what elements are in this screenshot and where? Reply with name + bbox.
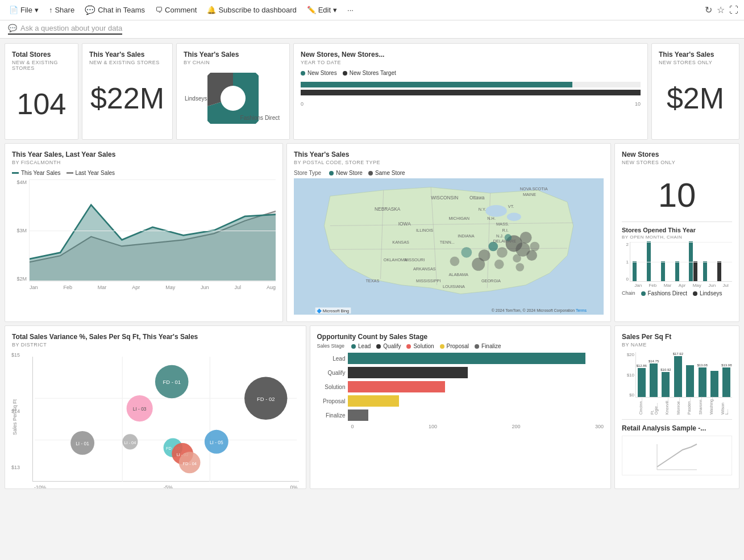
svg-text:TENN...: TENN... bbox=[440, 240, 455, 245]
svg-text:VT.: VT. bbox=[508, 204, 514, 209]
svg-text:DELAWARE: DELAWARE bbox=[493, 239, 517, 244]
svg-text:FD - 01: FD - 01 bbox=[163, 379, 181, 385]
svg-text:ALABAMA: ALABAMA bbox=[449, 272, 469, 277]
total-stores-subtitle: NEW & EXISTING STORES bbox=[12, 60, 71, 71]
new-stores-count-title: New Stores bbox=[622, 151, 732, 158]
sales-sqft-title: Sales Per Sq Ft bbox=[622, 333, 732, 341]
comment-button[interactable]: 🗨 Comment bbox=[152, 3, 200, 16]
card-this-year-sales-num[interactable]: This Year's Sales NEW & EXISTING STORES … bbox=[82, 43, 173, 140]
top-navigation: 📄 File ▾ ↑ Share 💬 Chat in Teams 🗨 Comme… bbox=[0, 0, 744, 20]
bookmark-icon[interactable]: ☆ bbox=[717, 5, 725, 15]
map-visual: IOWA NEBRASKA KANSAS ILLINOIS OKLAHOMA A… bbox=[294, 178, 604, 315]
chain-subtitle: BY CHAIN bbox=[184, 60, 282, 65]
file-menu[interactable]: 📄 File ▾ bbox=[6, 3, 42, 16]
chain-title: This Year's Sales bbox=[184, 51, 282, 58]
opportunity-bars: Lead Qualify Solution Proposal bbox=[317, 353, 604, 421]
ytd-bars bbox=[301, 80, 641, 100]
opportunity-title: Opportunity Count by Sales Stage bbox=[317, 333, 604, 341]
retail-analysis-title: Retail Analysis Sample -... bbox=[622, 424, 732, 432]
svg-text:LI - 05: LI - 05 bbox=[210, 440, 223, 445]
new-stores-only-title: This Year's Sales bbox=[659, 51, 732, 58]
opened-this-year-title: Stores Opened This Year bbox=[622, 227, 732, 233]
new-stores-count-subtitle: NEW STORES ONLY bbox=[622, 160, 732, 165]
teams-icon: 💬 bbox=[85, 5, 95, 15]
share-icon: ↑ bbox=[49, 6, 53, 14]
card-new-stores-ytd[interactable]: New Stores, New Stores... YEAR TO DATE N… bbox=[293, 43, 648, 140]
svg-text:IOWA: IOWA bbox=[398, 221, 411, 227]
new-stores-only-value: $2M bbox=[659, 70, 732, 127]
edit-button[interactable]: ✏️ Edit ▾ bbox=[304, 3, 340, 16]
svg-point-28 bbox=[450, 257, 460, 266]
subscribe-button[interactable]: 🔔 Subscribe to dashboard bbox=[203, 3, 300, 16]
svg-text:LOUISIANA: LOUISIANA bbox=[443, 284, 465, 289]
this-year-sales-num-value: $22M bbox=[89, 70, 165, 127]
card-this-year-sales-chain[interactable]: This Year's Sales BY CHAIN Lindseys Fash… bbox=[176, 43, 290, 140]
svg-text:R.I.: R.I. bbox=[502, 228, 508, 233]
svg-text:GEORGIA: GEORGIA bbox=[481, 278, 501, 283]
opened-this-year-subtitle: BY OPEN MONTH, CHAIN bbox=[622, 235, 732, 240]
map-terms-link[interactable]: Terms bbox=[576, 308, 587, 312]
total-stores-title: Total Stores bbox=[12, 51, 71, 58]
vbar-chart-area: 210 bbox=[622, 242, 732, 282]
edit-icon: ✏️ bbox=[307, 6, 316, 14]
comment-icon: 🗨 bbox=[155, 6, 163, 14]
new-stores-count-value: 10 bbox=[622, 170, 732, 217]
refresh-icon[interactable]: ↻ bbox=[705, 5, 712, 15]
qa-placeholder[interactable]: Ask a question about your data bbox=[20, 24, 122, 32]
svg-text:FD - 02: FD - 02 bbox=[257, 396, 275, 402]
sales-sqft-subtitle: BY NAME bbox=[622, 342, 732, 348]
new-stores-only-subtitle: NEW STORES ONLY bbox=[659, 60, 732, 65]
svg-text:FD - 04: FD - 04 bbox=[182, 461, 196, 466]
line-chart-subtitle: BY FISCALMONTH bbox=[12, 160, 276, 165]
svg-point-26 bbox=[472, 258, 485, 271]
card-total-stores[interactable]: Total Stores NEW & EXISTING STORES 104 bbox=[5, 43, 78, 140]
svg-text:N.H.: N.H. bbox=[487, 216, 496, 221]
line-chart-title: This Year Sales, Last Year Sales bbox=[12, 151, 276, 158]
card-opportunity[interactable]: Opportunity Count by Sales Stage Sales S… bbox=[310, 325, 612, 489]
card-bubble-chart[interactable]: Total Sales Variance %, Sales Per Sq Ft,… bbox=[5, 325, 306, 489]
svg-text:MASS.: MASS. bbox=[496, 222, 509, 227]
row-1: Total Stores NEW & EXISTING STORES 104 T… bbox=[5, 43, 739, 140]
svg-text:N.Y.: N.Y. bbox=[479, 207, 486, 212]
card-sales-sqft[interactable]: Sales Per Sq Ft BY NAME $20$10$0 $12.86 … bbox=[614, 325, 739, 489]
card-new-stores-only-num[interactable]: This Year's Sales NEW STORES ONLY $2M bbox=[651, 43, 739, 140]
pie-label-lindseys: Lindseys bbox=[185, 95, 207, 102]
svg-point-27 bbox=[461, 247, 472, 258]
opportunity-legend: Sales Stage Lead Qualify Solution Propos… bbox=[317, 343, 604, 349]
svg-point-24 bbox=[494, 260, 504, 269]
svg-text:KANSAS: KANSAS bbox=[392, 240, 409, 245]
row-2: This Year Sales, Last Year Sales BY FISC… bbox=[5, 143, 739, 322]
file-icon: 📄 bbox=[9, 6, 18, 14]
divider bbox=[622, 222, 732, 222]
new-stores-ytd-subtitle: YEAR TO DATE bbox=[301, 60, 641, 65]
bubble-chart-area: Sales Per Sq Ft $15 $14 $13 bbox=[12, 352, 299, 482]
this-year-sales-num-subtitle: NEW & EXISTING STORES bbox=[89, 60, 165, 65]
map-subtitle: BY POSTAL CODE, STORE TYPE bbox=[294, 160, 604, 165]
share-button[interactable]: ↑ Share bbox=[45, 3, 78, 16]
svg-point-23 bbox=[526, 250, 537, 261]
card-map[interactable]: This Year's Sales BY POSTAL CODE, STORE … bbox=[286, 143, 611, 322]
card-line-chart[interactable]: This Year Sales, Last Year Sales BY FISC… bbox=[5, 143, 283, 322]
qa-bar: 💬 Ask a question about your data bbox=[0, 20, 744, 39]
svg-point-12 bbox=[485, 205, 507, 217]
svg-point-2 bbox=[221, 86, 246, 111]
chat-in-teams-button[interactable]: 💬 Chat in Teams bbox=[81, 3, 148, 18]
svg-point-18 bbox=[497, 247, 508, 258]
qa-icon: 💬 bbox=[8, 24, 17, 32]
file-chevron-icon: ▾ bbox=[35, 6, 39, 14]
more-menu-button[interactable]: ··· bbox=[344, 3, 357, 16]
line-chart-area: $4M $3M $2M bbox=[12, 179, 276, 282]
card-new-stores-count[interactable]: New Stores NEW STORES ONLY 10 Stores Ope… bbox=[614, 143, 739, 322]
bubble-chart-visual: FD - 01 FD - 02 LI - 01 LI - 04 bbox=[32, 357, 299, 482]
svg-point-25 bbox=[516, 263, 524, 271]
fullscreen-icon[interactable]: ⛶ bbox=[729, 5, 738, 15]
svg-text:Ottawa: Ottawa bbox=[469, 195, 485, 200]
edit-chevron-icon: ▾ bbox=[333, 6, 337, 14]
svg-text:ILLINOIS: ILLINOIS bbox=[416, 228, 433, 233]
new-stores-ytd-title: New Stores, New Stores... bbox=[301, 51, 641, 58]
svg-text:MISSISSIPPI: MISSISSIPPI bbox=[416, 278, 440, 283]
total-stores-value: 104 bbox=[12, 76, 71, 132]
this-year-sales-num-title: This Year's Sales bbox=[89, 51, 165, 58]
svg-text:MAINE: MAINE bbox=[523, 192, 536, 197]
retail-analysis-chart bbox=[622, 436, 732, 475]
